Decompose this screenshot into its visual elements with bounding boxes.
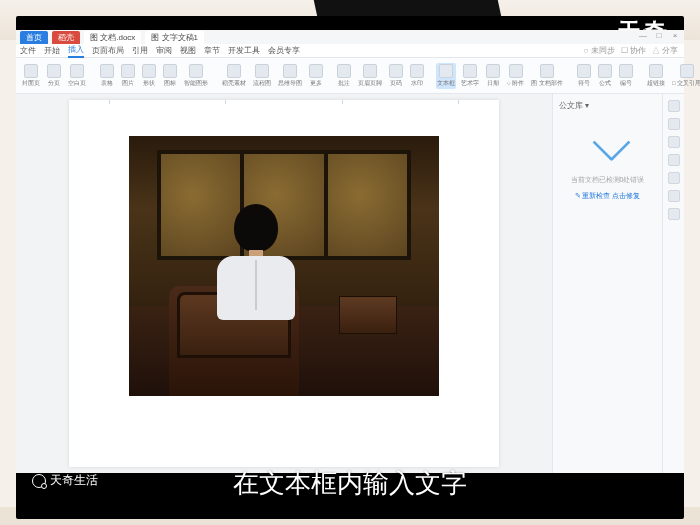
- ribbon-label: 智能图形: [184, 79, 208, 88]
- ribbon-icon: [47, 64, 61, 78]
- ribbon-button[interactable]: 图 文档部件: [529, 64, 565, 88]
- ribbon-label: 编号: [620, 79, 632, 88]
- menu-item[interactable]: 会员专享: [268, 45, 300, 56]
- ribbon-label: 空白页: [68, 79, 86, 88]
- document-page[interactable]: [69, 100, 499, 467]
- ribbon-label: 批注: [338, 79, 350, 88]
- menu-right-item[interactable]: ○ 未同步: [583, 45, 614, 56]
- menu-item[interactable]: 视图: [180, 45, 196, 56]
- menu-item[interactable]: 插入: [68, 44, 84, 58]
- ribbon-icon: [680, 64, 694, 78]
- ribbon-icon: [463, 64, 477, 78]
- ribbon-button[interactable]: 思维导图: [276, 64, 304, 88]
- ribbon-button[interactable]: 智能图形: [182, 64, 210, 88]
- ribbon-icon: [70, 64, 84, 78]
- ribbon-icon: [142, 64, 156, 78]
- ribbon-icon: [486, 64, 500, 78]
- ribbon-icon: [540, 64, 554, 78]
- ribbon-button[interactable]: 页眉页脚: [356, 64, 384, 88]
- ribbon-button[interactable]: 日期: [484, 64, 502, 88]
- maximize-button[interactable]: □: [654, 31, 664, 40]
- side-panel-hint: 当前文档已检测0处错误: [559, 175, 656, 185]
- ribbon-icon: [283, 64, 297, 78]
- ribbon-button[interactable]: 超链接: [645, 64, 667, 88]
- ribbon-button[interactable]: 形状: [140, 64, 158, 88]
- vt-icon[interactable]: [668, 100, 680, 112]
- menu-item[interactable]: 开发工具: [228, 45, 260, 56]
- ribbon-icon: [410, 64, 424, 78]
- ribbon-label: 流程图: [253, 79, 271, 88]
- ribbon-button[interactable]: 分页: [45, 64, 63, 88]
- ribbon-label: 符号: [578, 79, 590, 88]
- ribbon-button[interactable]: 空白页: [66, 64, 88, 88]
- vt-icon[interactable]: [668, 190, 680, 202]
- vt-icon[interactable]: [668, 118, 680, 130]
- side-panel-links[interactable]: ✎ 重新检查 点击修复: [559, 191, 656, 201]
- ribbon-icon: [337, 64, 351, 78]
- vt-icon[interactable]: [668, 136, 680, 148]
- ribbon-label: 页码: [390, 79, 402, 88]
- ribbon-button[interactable]: 流程图: [251, 64, 273, 88]
- minimize-button[interactable]: —: [638, 31, 648, 40]
- ribbon-icon: [121, 64, 135, 78]
- vt-icon[interactable]: [668, 208, 680, 220]
- ribbon-icon: [227, 64, 241, 78]
- ribbon-label: 封面页: [22, 79, 40, 88]
- ribbon-icon: [389, 64, 403, 78]
- ribbon-label: 思维导图: [278, 79, 302, 88]
- ribbon-icon: [309, 64, 323, 78]
- ribbon-button[interactable]: 表格: [98, 64, 116, 88]
- ribbon-label: 表格: [101, 79, 113, 88]
- ribbon-button[interactable]: 更多: [307, 64, 325, 88]
- ribbon-button[interactable]: 封面页: [20, 64, 42, 88]
- ribbon-label: 超链接: [647, 79, 665, 88]
- ribbon-button[interactable]: 水印: [408, 64, 426, 88]
- ribbon-button[interactable]: □ 交叉引用: [670, 64, 700, 88]
- ribbon-label: 图标: [164, 79, 176, 88]
- ribbon-button[interactable]: ○ 附件: [505, 64, 526, 88]
- vertical-toolbar: [662, 94, 684, 473]
- document-tab[interactable]: 图 文档.docx: [84, 31, 141, 44]
- ribbon-button[interactable]: 批注: [335, 64, 353, 88]
- menu-item[interactable]: 页面布局: [92, 45, 124, 56]
- ribbon-button[interactable]: 符号: [575, 64, 593, 88]
- document-tab[interactable]: 稻壳: [52, 31, 80, 44]
- ribbon-icon: [649, 64, 663, 78]
- ribbon-button[interactable]: 编号: [617, 64, 635, 88]
- ribbon-toolbar: 封面页分页空白页表格图片形状图标智能图形稻壳素材流程图思维导图更多批注页眉页脚页…: [16, 58, 684, 94]
- menu-right-item[interactable]: △ 分享: [652, 45, 678, 56]
- inserted-image[interactable]: [129, 136, 439, 396]
- menu-item[interactable]: 文件: [20, 45, 36, 56]
- ribbon-button[interactable]: 公式: [596, 64, 614, 88]
- video-subtitle: 在文本框内输入文字: [16, 466, 684, 501]
- ribbon-label: □ 交叉引用: [672, 79, 700, 88]
- ribbon-button[interactable]: 艺术字: [459, 64, 481, 88]
- document-tab[interactable]: 图 文字文稿1: [145, 31, 204, 44]
- ribbon-label: 稻壳素材: [222, 79, 246, 88]
- ribbon-button[interactable]: 文本框: [436, 63, 456, 89]
- document-tab[interactable]: 首页: [20, 31, 48, 44]
- ribbon-icon: [100, 64, 114, 78]
- vt-icon[interactable]: [668, 172, 680, 184]
- menu-item[interactable]: 引用: [132, 45, 148, 56]
- ribbon-icon: [189, 64, 203, 78]
- close-button[interactable]: ×: [670, 31, 680, 40]
- ribbon-label: ○ 附件: [507, 79, 524, 88]
- menu-right-item[interactable]: ☐ 协作: [621, 45, 646, 56]
- ribbon-label: 页眉页脚: [358, 79, 382, 88]
- ribbon-button[interactable]: 稻壳素材: [220, 64, 248, 88]
- ribbon-label: 文本框: [437, 79, 455, 88]
- ribbon-label: 公式: [599, 79, 611, 88]
- ribbon-button[interactable]: 图片: [119, 64, 137, 88]
- side-panel: 公文库 ▾ 当前文档已检测0处错误 ✎ 重新检查 点击修复: [552, 94, 662, 473]
- menu-item[interactable]: 开始: [44, 45, 60, 56]
- window-controls[interactable]: — □ ×: [638, 31, 680, 40]
- ribbon-button[interactable]: 页码: [387, 64, 405, 88]
- ribbon-icon: [163, 64, 177, 78]
- menu-item[interactable]: 审阅: [156, 45, 172, 56]
- vt-icon[interactable]: [668, 154, 680, 166]
- side-panel-header[interactable]: 公文库 ▾: [559, 100, 656, 111]
- menu-item[interactable]: 章节: [204, 45, 220, 56]
- pen-icon: [588, 123, 628, 163]
- ribbon-button[interactable]: 图标: [161, 64, 179, 88]
